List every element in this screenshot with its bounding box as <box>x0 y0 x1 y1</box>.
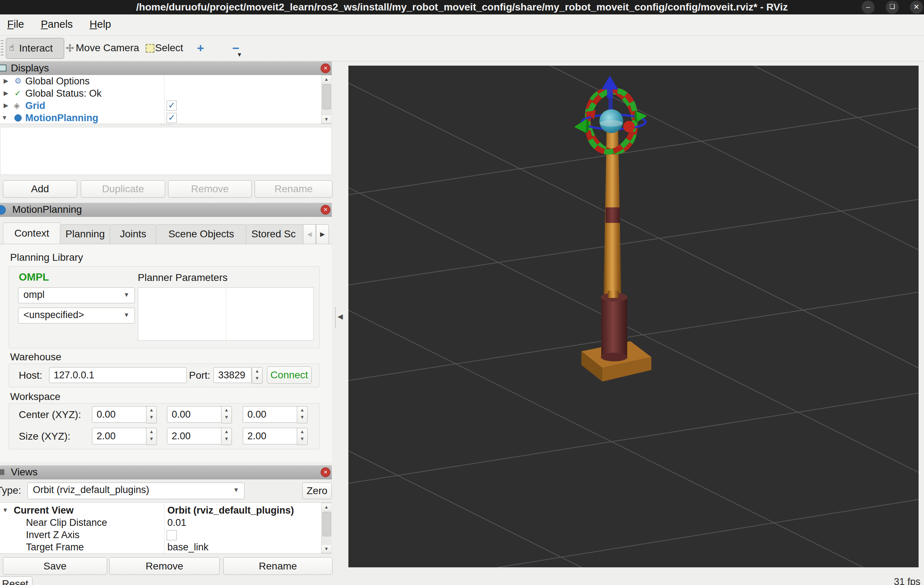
menu-panels[interactable]: Panels <box>39 18 75 30</box>
expander-icon[interactable]: ▼ <box>2 504 8 516</box>
center-z-stepper[interactable]: ▲▼ <box>297 406 308 424</box>
scroll-thumb[interactable] <box>322 512 331 536</box>
grid-enabled-checkbox[interactable]: ✓ <box>167 101 177 111</box>
tab-planning[interactable]: Planning <box>60 224 111 244</box>
step-down-icon[interactable]: ▼ <box>297 435 307 443</box>
scroll-down-icon[interactable]: ▼ <box>322 115 331 124</box>
size-y-input[interactable]: 2.00 <box>167 428 225 444</box>
views-panel-header[interactable]: Views ✕ <box>0 465 332 480</box>
viewport-splitter[interactable] <box>335 307 336 328</box>
select-tool-button[interactable]: Select <box>146 38 185 58</box>
row-label[interactable]: MotionPlanning <box>25 112 98 124</box>
tab-scene-objects[interactable]: Scene Objects <box>156 224 247 244</box>
row-label[interactable]: Global Status: Ok <box>25 87 102 99</box>
step-down-icon[interactable]: ▼ <box>221 435 231 443</box>
center-x-input[interactable]: 0.00 <box>92 406 150 423</box>
remove-view-button[interactable]: Remove <box>109 557 219 575</box>
3d-viewport[interactable] <box>348 66 919 567</box>
displays-close-icon[interactable]: ✕ <box>321 63 330 73</box>
size-x-stepper[interactable]: ▲▼ <box>146 428 157 445</box>
view-type-dropdown[interactable]: Orbit (rviz_default_plugins) ▼ <box>27 483 244 499</box>
step-down-icon[interactable]: ▼ <box>147 414 157 421</box>
red-ball-handle[interactable] <box>623 121 635 132</box>
center-x-stepper[interactable]: ▲▼ <box>146 406 157 424</box>
host-input[interactable]: 127.0.0.1 <box>49 367 187 383</box>
close-button[interactable]: ✕ <box>910 1 923 14</box>
step-down-icon[interactable]: ▼ <box>221 414 231 421</box>
port-stepper[interactable]: ▲ ▼ <box>252 367 262 384</box>
minimize-button[interactable]: – <box>861 1 874 14</box>
planning-library-dropdown[interactable]: ompl ▼ <box>18 287 135 303</box>
prop-value[interactable]: base_link <box>167 541 208 553</box>
scroll-up-icon[interactable]: ▲ <box>322 503 331 511</box>
center-y-input[interactable]: 0.00 <box>167 406 225 423</box>
step-up-icon[interactable]: ▲ <box>221 407 231 414</box>
menu-help[interactable]: Help <box>87 18 113 30</box>
zero-view-button[interactable]: Zero <box>302 483 332 499</box>
motionplanning-panel-header[interactable]: MotionPlanning ✕ <box>0 203 332 217</box>
step-up-icon[interactable]: ▲ <box>147 428 157 435</box>
remove-display-button[interactable]: Remove <box>168 180 252 198</box>
tool-dropdown-arrow-icon[interactable]: ▼ <box>237 51 243 58</box>
step-up-icon[interactable]: ▲ <box>221 428 231 435</box>
up-arrow-cone[interactable] <box>602 76 618 89</box>
expander-icon[interactable]: ▶ <box>3 87 8 99</box>
tab-joints[interactable]: Joints <box>110 224 157 244</box>
rename-view-button[interactable]: Rename <box>223 557 333 575</box>
prop-row-current-view[interactable]: ▼ Current View Orbit (rviz_default_plugi… <box>0 504 332 516</box>
motionplanning-enabled-checkbox[interactable]: ✓ <box>167 113 177 123</box>
move-camera-tool-button[interactable]: Move Camera <box>66 38 127 58</box>
prop-value[interactable]: Orbit (rviz_default_plugins) <box>167 504 294 516</box>
prop-row-near-clip[interactable]: Near Clip Distance 0.01 <box>0 516 332 529</box>
connect-button[interactable]: Connect <box>267 366 312 384</box>
step-up-icon[interactable]: ▲ <box>147 407 157 414</box>
collapse-panel-icon[interactable]: ◀ <box>338 312 343 321</box>
title-bar[interactable]: /home/duruofu/project/moveit2_learn/ros2… <box>0 0 924 15</box>
rename-display-button[interactable]: Rename <box>255 180 333 198</box>
add-display-button[interactable]: Add <box>3 180 77 198</box>
save-view-button[interactable]: Save <box>3 557 107 575</box>
invert-z-checkbox[interactable] <box>167 530 177 540</box>
motionplanning-close-icon[interactable]: ✕ <box>321 205 330 214</box>
prop-row-invert-z[interactable]: Invert Z Axis <box>0 529 332 541</box>
interact-tool-button[interactable]: ☝ Interact <box>6 38 64 59</box>
row-label[interactable]: Global Options <box>25 75 90 87</box>
step-down-icon[interactable]: ▼ <box>147 435 157 443</box>
center-y-stepper[interactable]: ▲▼ <box>221 406 232 424</box>
displays-tree-scrollbar[interactable]: ▲ ▼ <box>321 75 332 124</box>
add-tool-plus-icon[interactable]: + <box>197 38 204 58</box>
tab-scroll-left-icon[interactable]: ◀ <box>303 224 316 244</box>
step-down-icon[interactable]: ▼ <box>252 375 262 382</box>
size-z-input[interactable]: 2.00 <box>243 428 301 444</box>
expander-icon[interactable]: ▶ <box>3 75 8 87</box>
size-z-stepper[interactable]: ▲▼ <box>297 428 308 445</box>
toolbar-drag-handle[interactable] <box>1 40 3 57</box>
tab-stored-scenes[interactable]: Stored Sc <box>246 224 308 244</box>
expander-icon[interactable]: ▶ <box>3 99 8 112</box>
size-y-stepper[interactable]: ▲▼ <box>221 428 232 445</box>
port-input[interactable]: 33829 <box>213 367 252 383</box>
maximize-button[interactable]: ❑ <box>886 1 899 14</box>
size-x-input[interactable]: 2.00 <box>92 428 150 444</box>
planner-algorithm-dropdown[interactable]: <unspecified> ▼ <box>18 308 135 323</box>
prop-row-target-frame[interactable]: Target Frame base_link <box>0 541 332 553</box>
center-z-input[interactable]: 0.00 <box>243 406 301 423</box>
views-close-icon[interactable]: ✕ <box>321 467 330 477</box>
scroll-thumb[interactable] <box>322 84 331 109</box>
scroll-up-icon[interactable]: ▲ <box>322 76 331 83</box>
expander-icon[interactable]: ▼ <box>2 112 8 124</box>
left-arrow-cone[interactable] <box>574 119 586 133</box>
menu-file[interactable]: File <box>5 18 26 30</box>
splitter-handle[interactable]: · · · · · <box>0 124 332 127</box>
step-up-icon[interactable]: ▲ <box>297 407 307 414</box>
displays-panel-header[interactable]: Displays ✕ <box>0 61 332 76</box>
step-down-icon[interactable]: ▼ <box>297 414 307 421</box>
duplicate-display-button[interactable]: Duplicate <box>81 180 165 198</box>
views-tree-scrollbar[interactable]: ▲ ▼ <box>321 503 332 553</box>
planner-parameters-table[interactable] <box>138 287 314 341</box>
reset-button[interactable]: Reset <box>0 576 33 585</box>
step-up-icon[interactable]: ▲ <box>252 367 262 375</box>
tab-scroll-right-icon[interactable]: ▶ <box>316 224 329 244</box>
step-up-icon[interactable]: ▲ <box>297 428 307 435</box>
prop-value[interactable]: 0.01 <box>167 516 186 529</box>
